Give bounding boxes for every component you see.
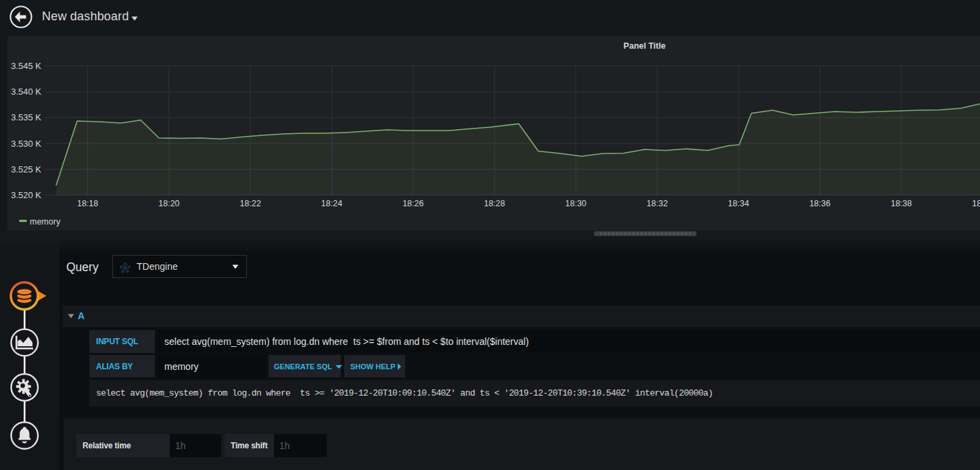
svg-text:18:20: 18:20 [158,199,179,208]
svg-text:Panel Title: Panel Title [624,41,666,51]
svg-text:18:34: 18:34 [728,199,749,208]
svg-text:18:18: 18:18 [77,199,98,208]
svg-text:18:40: 18:40 [972,199,980,208]
svg-text:18:30: 18:30 [565,199,586,208]
svg-text:memory: memory [30,217,61,227]
svg-text:18:38: 18:38 [891,199,912,208]
svg-text:18:36: 18:36 [810,199,831,208]
svg-text:18:24: 18:24 [321,199,342,208]
svg-text:18:22: 18:22 [240,199,261,208]
svg-text:18:28: 18:28 [484,199,505,208]
svg-text:3.535 K: 3.535 K [11,112,41,122]
svg-text:3.530 K: 3.530 K [11,139,41,149]
svg-text:18:26: 18:26 [402,199,423,208]
svg-text:3.525 K: 3.525 K [11,164,41,174]
svg-text:18:32: 18:32 [647,199,668,208]
svg-text:3.545 K: 3.545 K [11,61,41,71]
svg-text:3.540 K: 3.540 K [11,87,41,97]
svg-text:3.520 K: 3.520 K [11,190,41,200]
